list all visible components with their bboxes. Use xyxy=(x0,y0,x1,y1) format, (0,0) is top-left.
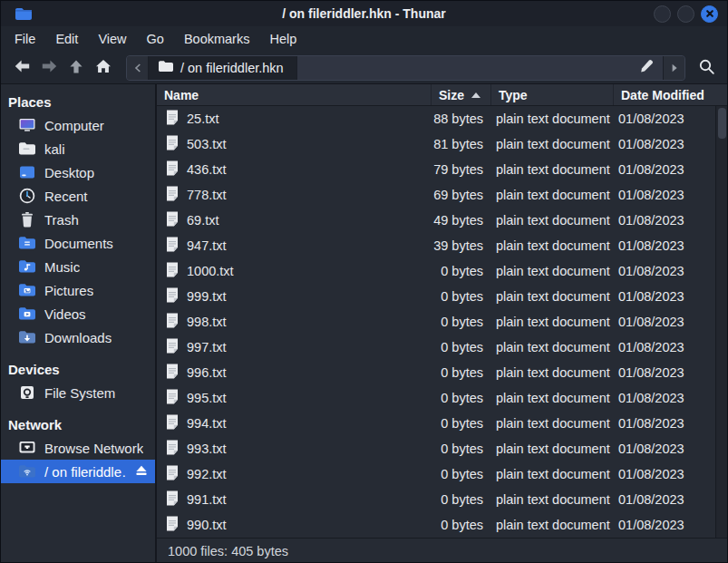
breadcrumb-label: / on fileriddler.hkn xyxy=(180,61,284,75)
table-row[interactable]: 993.txt 0 bytes plain text document 01/0… xyxy=(157,436,727,461)
file-type: plain text document xyxy=(490,238,613,253)
location-entry[interactable] xyxy=(297,56,630,80)
file-type: plain text document xyxy=(490,442,613,456)
menu-help[interactable]: Help xyxy=(259,29,306,49)
table-row[interactable]: 994.txt 0 bytes plain text document 01/0… xyxy=(157,411,727,436)
file-date: 01/08/2023 xyxy=(613,365,727,380)
file-size: 39 bytes xyxy=(431,238,490,253)
window-title: / on fileriddler.hkn - Thunar xyxy=(1,6,727,21)
drive-icon xyxy=(18,384,36,401)
sidebar-item-on-fileriddle[interactable]: / on fileriddle… xyxy=(1,460,155,483)
sidebar-item-label: Recent xyxy=(44,189,88,204)
table-row[interactable]: 996.txt 0 bytes plain text document 01/0… xyxy=(157,360,727,385)
sidebar-item-browse-network[interactable]: Browse Network xyxy=(1,436,155,460)
sidebar-item-file-system[interactable]: File System xyxy=(1,381,155,404)
sidebar-item-kali[interactable]: kali xyxy=(1,137,155,160)
file-size: 0 bytes xyxy=(431,340,490,354)
file-date: 01/08/2023 xyxy=(613,137,727,151)
table-row[interactable]: 1000.txt 0 bytes plain text document 01/… xyxy=(157,258,727,284)
table-row[interactable]: 992.txt 0 bytes plain text document 01/0… xyxy=(157,461,727,487)
menu-view[interactable]: View xyxy=(88,29,136,49)
text-file-icon xyxy=(166,110,179,128)
table-row[interactable]: 503.txt 81 bytes plain text document 01/… xyxy=(157,131,727,157)
text-file-icon xyxy=(166,135,179,153)
column-header-name[interactable]: Name xyxy=(157,84,431,105)
menubar: FileEditViewGoBookmarksHelp xyxy=(1,26,727,52)
menu-go[interactable]: Go xyxy=(137,29,174,49)
table-row[interactable]: 947.txt 39 bytes plain text document 01/… xyxy=(157,233,727,258)
sidebar-item-computer[interactable]: Computer xyxy=(1,113,155,137)
sidebar-item-pictures[interactable]: Pictures xyxy=(1,278,155,302)
file-date: 01/08/2023 xyxy=(613,213,727,228)
table-row[interactable]: 998.txt 0 bytes plain text document 01/0… xyxy=(157,309,727,335)
menu-file[interactable]: File xyxy=(5,29,45,49)
file-name: 503.txt xyxy=(187,137,227,151)
file-size: 79 bytes xyxy=(431,162,490,177)
column-header-type[interactable]: Type xyxy=(490,84,613,105)
edit-path-button[interactable] xyxy=(630,56,663,80)
scrollbar-thumb[interactable] xyxy=(718,108,726,139)
column-header-date-modified[interactable]: Date Modified xyxy=(613,84,727,105)
table-row[interactable]: 990.txt 0 bytes plain text document 01/0… xyxy=(157,512,727,538)
file-name: 995.txt xyxy=(187,391,227,405)
table-row[interactable]: 69.txt 49 bytes plain text document 01/0… xyxy=(157,208,727,233)
table-row[interactable]: 436.txt 79 bytes plain text document 01/… xyxy=(157,157,727,182)
file-name: 25.txt xyxy=(187,112,218,126)
file-list-pane: NameSizeTypeDate Modified 25.txt 88 byte… xyxy=(157,84,727,563)
path-scroll-right-button[interactable] xyxy=(663,56,684,80)
text-file-icon xyxy=(166,490,179,509)
file-date: 01/08/2023 xyxy=(613,416,727,431)
sidebar-section-network: Network xyxy=(1,413,155,436)
sidebar-item-label: Desktop xyxy=(44,165,94,180)
table-row[interactable]: 778.txt 69 bytes plain text document 01/… xyxy=(157,182,727,208)
sidebar-item-music[interactable]: Music xyxy=(1,255,155,278)
minimize-button[interactable] xyxy=(654,5,671,23)
column-label: Date Modified xyxy=(621,88,704,102)
breadcrumb-button[interactable]: / on fileriddler.hkn xyxy=(149,56,297,80)
sidebar-item-desktop[interactable]: Desktop xyxy=(1,160,155,184)
file-size: 0 bytes xyxy=(431,365,490,380)
file-type: plain text document xyxy=(490,365,613,380)
home-button[interactable] xyxy=(90,55,117,81)
table-row[interactable]: 999.txt 0 bytes plain text document 01/0… xyxy=(157,284,727,309)
sidebar-item-videos[interactable]: Videos xyxy=(1,302,155,325)
file-date: 01/08/2023 xyxy=(613,391,727,405)
sidebar-item-downloads[interactable]: Downloads xyxy=(1,325,155,349)
path-scroll-left-button[interactable] xyxy=(127,56,149,80)
file-date: 01/08/2023 xyxy=(613,315,727,329)
back-button[interactable] xyxy=(8,55,35,81)
close-icon xyxy=(705,6,714,21)
search-button[interactable] xyxy=(693,55,720,81)
column-header-size[interactable]: Size xyxy=(431,84,490,105)
clock-icon xyxy=(18,188,36,204)
text-file-icon xyxy=(166,237,179,255)
vertical-scrollbar[interactable] xyxy=(715,106,727,538)
chevron-right-icon xyxy=(671,61,678,75)
menu-bookmarks[interactable]: Bookmarks xyxy=(174,29,260,49)
menu-edit[interactable]: Edit xyxy=(45,29,88,49)
table-row[interactable]: 995.txt 0 bytes plain text document 01/0… xyxy=(157,385,727,411)
sidebar-item-trash[interactable]: Trash xyxy=(1,208,155,231)
column-header-row: NameSizeTypeDate Modified xyxy=(157,84,727,106)
maximize-button[interactable] xyxy=(677,5,694,23)
forward-button[interactable] xyxy=(35,55,63,81)
close-button[interactable] xyxy=(701,5,718,23)
sidebar-item-label: Trash xyxy=(44,212,79,228)
file-name: 991.txt xyxy=(187,492,227,507)
sidebar-item-label: kali xyxy=(44,141,65,157)
sidebar-item-documents[interactable]: Documents xyxy=(1,231,155,255)
file-type: plain text document xyxy=(490,416,613,431)
titlebar: / on fileriddler.hkn - Thunar xyxy=(1,1,727,26)
column-label: Name xyxy=(164,88,199,102)
folder-remote-icon xyxy=(18,464,36,479)
file-list: 25.txt 88 bytes plain text document 01/0… xyxy=(157,106,727,538)
sidebar-item-label: Computer xyxy=(44,118,104,133)
table-row[interactable]: 997.txt 0 bytes plain text document 01/0… xyxy=(157,335,727,360)
table-row[interactable]: 25.txt 88 bytes plain text document 01/0… xyxy=(157,106,727,131)
up-button[interactable] xyxy=(63,55,90,81)
file-type: plain text document xyxy=(490,391,613,405)
sidebar-item-recent[interactable]: Recent xyxy=(1,184,155,208)
file-type: plain text document xyxy=(490,213,613,228)
table-row[interactable]: 991.txt 0 bytes plain text document 01/0… xyxy=(157,487,727,512)
eject-button[interactable] xyxy=(135,464,148,479)
